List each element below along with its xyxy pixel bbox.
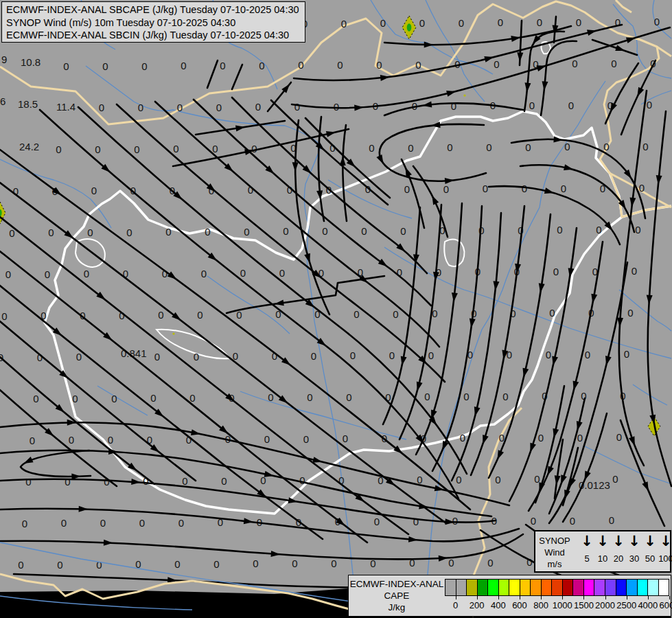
cape-color-swatch [627, 580, 638, 595]
cape-tick-mark [669, 596, 670, 599]
cape-tick-mark [562, 596, 563, 599]
station-value-label: 9 [1, 54, 7, 65]
grid-zero-label: 0 [251, 143, 257, 154]
grid-zero-label: 0 [177, 102, 183, 113]
grid-zero-label: 0 [570, 515, 575, 527]
grid-zero-label: 0 [165, 226, 171, 238]
grid-zero-label: 0 [108, 434, 113, 446]
grid-zero-label: 0 [561, 183, 566, 194]
grid-zero-label: 0 [447, 141, 452, 153]
synop-legend-title: SYNOP [535, 535, 574, 547]
grid-zero-label: 0 [139, 517, 145, 529]
station-value-label: 10.8 [21, 56, 40, 68]
grid-zero-label: 0 [65, 476, 70, 488]
grid-zero-label: 0 [572, 58, 577, 69]
grid-zero-label: 0 [483, 183, 488, 194]
title-line-sbcin: ECMWF-INDEX-ANAL SBCIN (J/kg) Tuesday 07… [6, 29, 301, 42]
grid-zero-label: 0 [158, 309, 163, 321]
grid-zero-label: 0 [22, 518, 27, 529]
grid-zero-label: 0 [102, 60, 108, 72]
grid-zero-label: 0 [45, 268, 50, 280]
grid-zero-label: 0 [459, 17, 464, 29]
cape-patch-core [407, 23, 412, 31]
grid-zero-label: 0 [30, 435, 35, 446]
cape-color-swatch [467, 580, 478, 595]
grid-zero-label: 0 [642, 141, 648, 152]
grid-zero-label: 0 [283, 225, 288, 237]
grid-zero-label: 0 [91, 185, 97, 196]
cape-color-swatch [638, 580, 649, 595]
grid-zero-label: 0 [456, 474, 461, 485]
grid-zero-label: 0 [495, 474, 500, 485]
grid-zero-label: 0 [415, 59, 421, 71]
grid-zero-label: 0 [303, 433, 309, 445]
grid-zero-label: 0 [538, 432, 544, 444]
station-value-label: 18.5 [18, 98, 38, 110]
cape-color-swatch [499, 580, 510, 595]
grid-zero-label: 0 [612, 473, 618, 485]
grid-zero-label: 0 [311, 350, 316, 362]
grid-zero-label: 0 [307, 391, 312, 403]
cape-tick-mark [627, 596, 627, 599]
grid-zero-label: 0 [451, 100, 456, 112]
synop-legend-arrows: ↓5↓10↓20↓30↓50↓100 [574, 531, 670, 571]
grid-zero-label: 0 [350, 350, 356, 361]
grid-zero-label: 0 [259, 60, 264, 71]
grid-zero-label: 0 [576, 16, 581, 28]
grid-zero-label: 0 [189, 392, 195, 404]
map-title-box: ECMWF-INDEX-ANAL SBCAPE (J/kg) Tuesday 0… [1, 1, 305, 43]
grid-zero-label: 0 [374, 516, 380, 527]
grid-zero-label: 0 [197, 309, 202, 321]
grid-zero-label: 0 [413, 516, 419, 527]
grid-zero-label: 0 [213, 558, 219, 570]
station-value-label: 24.2 [19, 141, 39, 152]
grid-zero-label: 0 [603, 141, 609, 152]
grid-zero-label: 0 [182, 475, 187, 487]
cape-color-swatch [520, 580, 531, 595]
grid-zero-label: 0 [268, 391, 273, 403]
grid-zero-label: 0 [264, 433, 270, 445]
grid-zero-label: 0 [56, 144, 61, 155]
cape-color-bar [445, 579, 669, 596]
grid-zero-label: 0 [400, 225, 406, 237]
grid-zero-label: 0 [389, 350, 395, 361]
cape-color-swatch [542, 580, 553, 595]
cape-color-swatch [456, 580, 467, 595]
grid-zero-label: 0 [25, 476, 31, 488]
grid-zero-label: 0 [33, 393, 38, 404]
cape-color-swatch [573, 580, 584, 595]
grid-zero-label: 0 [173, 143, 178, 154]
title-line-sbcape: ECMWF-INDEX-ANAL SBCAPE (J/kg) Tuesday 0… [6, 3, 301, 16]
grid-zero-label: 0 [568, 100, 574, 111]
grid-zero-label: 0 [611, 58, 616, 69]
grid-zero-label: 0 [486, 141, 491, 153]
cape-tick-mark [648, 596, 649, 599]
grid-zero-label: 0 [432, 308, 437, 319]
cape-color-swatch [531, 580, 542, 595]
grid-zero-label: 0 [334, 101, 339, 113]
cape-color-swatch [445, 580, 456, 595]
grid-zero-label: 0 [96, 559, 102, 571]
wind-speed-value: 100 [657, 553, 672, 564]
grid-zero-label: 0 [452, 515, 458, 527]
cape-tick-mark [498, 596, 499, 599]
station-value-label: 11.4 [56, 101, 76, 113]
grid-zero-label: 0 [57, 559, 62, 571]
grid-zero-label: 0 [639, 182, 645, 194]
grid-zero-label: 0 [487, 557, 493, 569]
grid-zero-label: 0 [343, 433, 348, 444]
wind-speed-arrow-icon: ↓ [579, 531, 594, 551]
grid-zero-label: 0 [463, 391, 469, 402]
grid-zero-label: 0 [299, 474, 305, 486]
synop-legend-label: SYNOP Wind m/s [535, 531, 574, 571]
grid-zero-label: 0 [95, 144, 100, 155]
grid-zero-label: 0 [494, 58, 499, 70]
grid-zero-label: 0 [150, 392, 156, 404]
grid-zero-label: 0 [647, 99, 652, 111]
cape-color-swatch [648, 580, 659, 595]
grid-zero-label: 0 [181, 60, 186, 71]
grid-zero-label: 0 [126, 227, 132, 238]
grid-zero-label: 0 [294, 101, 300, 113]
grid-zero-label: 0 [154, 351, 160, 363]
grid-zero-label: 0 [635, 224, 640, 236]
